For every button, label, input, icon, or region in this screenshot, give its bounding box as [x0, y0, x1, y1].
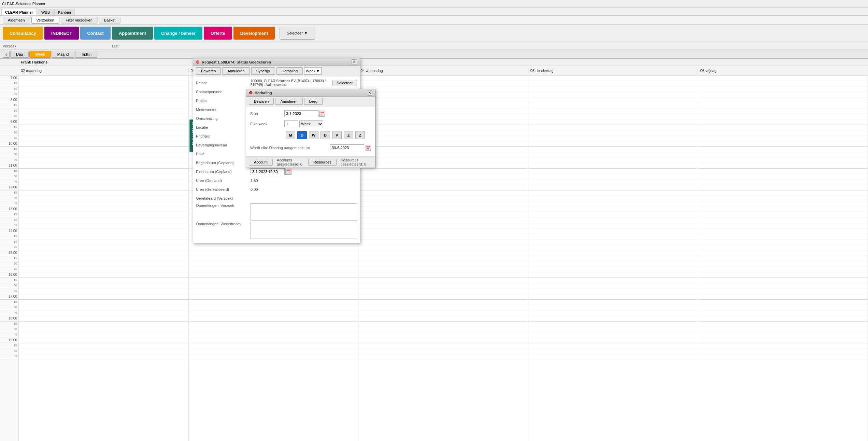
cal-day-thu: 05 donderdag — [528, 68, 698, 73]
form-row-opmerkingen-verzoek: Opmerkingen: Verzoek — [196, 203, 357, 220]
herhaling-resources-btn[interactable]: Resources — [308, 159, 337, 166]
form-row-relatie: Relatie 100000, CLEAR Solutions BV (B140… — [196, 79, 357, 87]
selecteer-relatie-btn[interactable]: Selecteer — [332, 80, 357, 86]
viewtab-tijdlijn[interactable]: Tijdlijn — [75, 51, 97, 58]
herhaling-close[interactable]: ✕ — [367, 90, 372, 96]
viewtab-maand[interactable]: Maand — [52, 51, 75, 58]
subbar: Verzoek Lijst — [0, 42, 868, 50]
herhaling-tot-input[interactable] — [330, 144, 364, 151]
herhaling-tot-cal-icon[interactable]: 📅 — [365, 145, 371, 151]
lijst-label: Lijst — [112, 44, 119, 48]
day-btn-Z1[interactable]: Z — [344, 131, 353, 139]
day-btn-D2[interactable]: D — [321, 131, 330, 139]
herhaling-bewaren-btn[interactable]: Bewaren — [249, 98, 274, 105]
resource-header: Frank Hakkens — [0, 59, 868, 66]
week-chevron-icon: ▼ — [316, 69, 320, 73]
cal-day-fri: 06 vrijdag — [698, 68, 868, 73]
cal-day-mon: 02 maandag — [19, 68, 189, 73]
herhaling-days-row: M D W D V Z Z — [250, 131, 371, 139]
nav-left-arrow[interactable]: ‹ — [3, 51, 10, 58]
opmerkingen-werkstroom-textarea[interactable] — [251, 222, 357, 239]
day-col-thu[interactable] — [528, 76, 698, 441]
form-row-einddatum: Einddatum (Gepland) 📅 — [196, 168, 357, 175]
time-column: 7:001530458:001530459:0015304510:0015304… — [0, 76, 19, 441]
req-herhaling-btn[interactable]: Herhaling — [276, 67, 303, 75]
day-col-fri[interactable] — [698, 76, 868, 441]
herhaling-toolbar: Bewaren Annuleren Leeg — [246, 97, 375, 106]
tab-kanban[interactable]: Kanban — [54, 9, 75, 15]
navtab-basket[interactable]: Basket — [99, 17, 121, 24]
cat-btn-development[interactable]: Development — [233, 27, 275, 40]
elke-week-num-input[interactable] — [284, 120, 298, 127]
req-annuleren-btn[interactable]: Annuleren — [222, 67, 250, 75]
day-btn-V[interactable]: V — [332, 131, 342, 139]
viewtab-dag[interactable]: Dag — [10, 51, 29, 58]
tabbar: CLEAR-Planner WBS Kanban — [0, 8, 868, 16]
herhaling-account-btn[interactable]: Account — [249, 159, 273, 166]
view-tabs: ‹ Dag Week Maand Tijdlijn — [0, 50, 868, 59]
req-bewaren-btn[interactable]: Bewaren — [196, 67, 221, 75]
navtab-filter[interactable]: Filter verzoeken — [61, 17, 98, 24]
herhaling-leeg-btn[interactable]: Leeg — [304, 98, 323, 105]
req-icon: ⊕ — [196, 59, 200, 65]
form-row-uren-gepland: Uren (Gepland) 1.50 — [196, 177, 357, 184]
day-col-mon[interactable] — [19, 76, 189, 441]
herhaling-start-cal-icon[interactable]: 📅 — [319, 111, 325, 117]
titlebar: CLEAR-Solutions Planner — [0, 0, 868, 8]
day-btn-Z2[interactable]: Z — [355, 131, 365, 139]
cal-day-wed: 04 woensdag — [358, 68, 528, 73]
herhaling-title: Herhaling — [255, 91, 272, 95]
herhaling-start-row: Start 📅 — [250, 110, 371, 117]
req-synergy-btn[interactable]: Synergy — [251, 67, 275, 75]
cat-btn-indirect[interactable]: INDIRECT — [44, 27, 79, 40]
app-title: CLEAR-Solutions Planner — [2, 2, 45, 6]
cat-btn-consultancy[interactable]: Consultancy — [3, 27, 43, 40]
herhaling-elke-week-row: Elke week Week — [250, 120, 371, 128]
verzoek-label: Verzoek — [3, 44, 16, 48]
cat-btn-change[interactable]: Change / beheer — [154, 27, 202, 40]
herhaling-form: Start 📅 Elke week Week M D W D V Z — [246, 106, 375, 156]
einddatum-input[interactable] — [251, 168, 285, 175]
herhaling-bottom-bar: Account Accounts geselecteerd: 0 Resourc… — [246, 156, 375, 168]
herhaling-modal: ⊕ Herhaling ✕ Bewaren Annuleren Leeg Sta… — [246, 89, 375, 168]
request-modal-toolbar: Bewaren Annuleren Synergy Herhaling Week… — [193, 66, 360, 76]
selecteer-dropdown[interactable]: Selecteer ▼ — [280, 27, 315, 40]
cat-btn-offerte[interactable]: Offerte — [204, 27, 232, 40]
opmerkingen-verzoek-textarea[interactable] — [251, 203, 357, 220]
viewtab-week[interactable]: Week — [29, 51, 51, 58]
navtab-verzoeken[interactable]: Verzoeken — [31, 17, 59, 24]
request-modal-title: Request 1.588.674; Status Goedkeuren — [202, 60, 271, 64]
herhaling-resources-value: Resources geselecteerd: 0 — [341, 158, 372, 166]
herhaling-titlebar: ⊕ Herhaling ✕ — [246, 89, 375, 97]
resource-name: Frank Hakkens — [19, 60, 191, 64]
cat-btn-contact[interactable]: Contact — [80, 27, 110, 40]
einddatum-cal-icon[interactable]: 📅 — [285, 169, 291, 175]
herhaling-accounts-label: Accounts geselecteerd: 0 — [277, 158, 307, 166]
navtab-algemeen[interactable]: Algemeen — [3, 17, 30, 24]
request-modal-close[interactable]: ✕ — [352, 59, 357, 65]
tab-wbs[interactable]: WBS — [38, 9, 54, 15]
request-modal-titlebar: ⊕ Request 1.588.674; Status Goedkeuren ✕ — [193, 58, 360, 66]
nav-tabs: Algemeen Verzoeken Filter verzoeken Bask… — [0, 16, 868, 25]
day-col-wed[interactable] — [358, 76, 528, 441]
herhaling-annuleren-btn[interactable]: Annuleren — [275, 98, 302, 105]
day-btn-W[interactable]: W — [309, 131, 318, 139]
form-row-uren-gerealiseerd: Uren (Gerealiseerd) 0.00 — [196, 186, 357, 193]
day-btn-D1[interactable]: D — [297, 131, 307, 139]
tab-clear-planner[interactable]: CLEAR-Planner — [1, 9, 37, 15]
herhaling-start-input[interactable] — [284, 110, 318, 117]
calendar-header: 02 maandag 03 dinsdag 04 woensdag 05 don… — [0, 66, 868, 76]
category-bar: Consultancy INDIRECT Contact Appointment… — [0, 25, 868, 42]
calendar-grid: 7:001530458:001530459:0015304510:0015304… — [0, 76, 868, 441]
herhaling-wordt-row: Wordt elke Dinsdag aangemaakt tot 📅 — [250, 144, 371, 152]
week-dropdown[interactable]: Week ▼ — [304, 67, 322, 75]
elke-week-unit-select[interactable]: Week — [299, 120, 323, 127]
form-row-opmerkingen-werkstroom: Opmerkingen: Werkstroom — [196, 222, 357, 239]
herhaling-icon: ⊕ — [249, 90, 253, 95]
calendar-container: Frank Hakkens 02 maandag 03 dinsdag 04 w… — [0, 59, 868, 441]
cat-btn-appointment[interactable]: Appointment — [112, 27, 153, 40]
day-btn-M[interactable]: M — [286, 131, 295, 139]
form-row-gerelateerd: Gerelateerd (Verzoek) — [196, 195, 357, 202]
chevron-down-icon: ▼ — [304, 31, 308, 35]
